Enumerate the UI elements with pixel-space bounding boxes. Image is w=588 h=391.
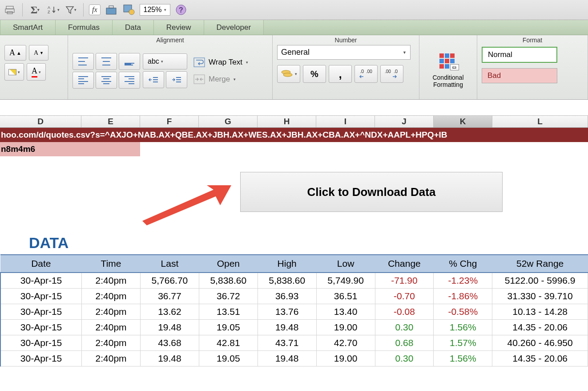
cell[interactable]: 42.70 [316, 335, 375, 351]
cell[interactable]: 5,838.60 [199, 273, 258, 289]
align-right-button[interactable] [119, 72, 140, 89]
cell[interactable]: 40.260 - 46.950 [492, 335, 588, 351]
decrease-decimal-button[interactable]: .00.0 [380, 65, 403, 83]
cell[interactable]: 36.93 [258, 289, 316, 304]
cell[interactable]: 30-Apr-15 [0, 289, 82, 304]
cell[interactable]: 14.35 - 20.06 [492, 320, 588, 335]
cell[interactable]: 1.56% [434, 351, 492, 367]
column-header-l[interactable]: L [492, 116, 588, 127]
number-format-select[interactable]: General ▼ [277, 45, 411, 60]
style-bad[interactable]: Bad [482, 68, 557, 83]
cell[interactable]: 5,838.60 [258, 273, 316, 289]
cell[interactable]: 2:40pm [82, 273, 141, 289]
print-icon[interactable] [3, 3, 17, 17]
col-header--chg[interactable]: % Chg [434, 255, 492, 273]
conditional-formatting-button[interactable]: ≤≥ Conditional Formatting [424, 53, 472, 88]
cell[interactable]: 30-Apr-15 [0, 320, 82, 335]
column-header-f[interactable]: F [140, 116, 199, 127]
cell[interactable]: 5122.00 - 5996.9 [492, 273, 588, 289]
zoom-select[interactable]: 125% ▾ [140, 4, 171, 16]
column-header-k[interactable]: K [434, 116, 492, 127]
cell[interactable]: 13.40 [316, 304, 375, 320]
cell[interactable]: 43.71 [258, 335, 316, 351]
url-cell-row1[interactable]: hoo.com/d/quotes.csv?s=^AXJO+NAB.AX+QBE.… [0, 128, 588, 142]
cell[interactable]: 19.00 [316, 351, 375, 367]
cell[interactable]: 19.48 [258, 351, 316, 367]
cell[interactable]: 0.68 [375, 335, 434, 351]
cell[interactable]: 10.13 - 14.28 [492, 304, 588, 320]
cell[interactable]: 43.68 [140, 335, 199, 351]
decrease-font-button[interactable]: A▼ [29, 45, 48, 61]
column-header-d[interactable]: D [0, 116, 81, 127]
align-top-button[interactable] [72, 53, 94, 70]
cell[interactable]: 2:40pm [82, 289, 141, 304]
col-header-last[interactable]: Last [140, 255, 199, 273]
col-header-open[interactable]: Open [199, 255, 258, 273]
cell[interactable]: 5,749.90 [316, 273, 375, 289]
col-header-52w-range[interactable]: 52w Range [492, 255, 588, 273]
cell[interactable]: 19.05 [199, 351, 258, 367]
cell[interactable]: -71.90 [375, 273, 434, 289]
orientation-button[interactable]: abc▾ [143, 53, 187, 69]
cell[interactable]: 1.57% [434, 335, 492, 351]
cell[interactable]: 0.30 [375, 351, 434, 367]
sort-icon[interactable]: AZ▾ [46, 3, 60, 17]
wrap-text-button[interactable]: Wrap Text▾ [190, 55, 252, 70]
cell[interactable]: 13.76 [258, 304, 316, 320]
cell[interactable]: 30-Apr-15 [0, 273, 82, 289]
fx-button[interactable]: fx [89, 4, 101, 15]
align-middle-button[interactable] [96, 53, 117, 70]
cell[interactable]: 5,766.70 [140, 273, 199, 289]
tab-formulas[interactable]: Formulas [56, 20, 113, 35]
col-header-high[interactable]: High [258, 255, 316, 273]
decrease-indent-button[interactable] [143, 71, 164, 88]
cell[interactable]: -0.58% [434, 304, 492, 320]
tab-developer[interactable]: Developer [204, 20, 264, 35]
cell[interactable]: 19.48 [140, 351, 199, 367]
media-icon[interactable] [122, 3, 136, 17]
cell[interactable]: 30-Apr-15 [0, 335, 82, 351]
download-data-button[interactable]: Click to Download Data [240, 172, 503, 212]
column-header-i[interactable]: I [316, 116, 375, 127]
cell[interactable]: 36.72 [199, 289, 258, 304]
filter-icon[interactable]: ▾ [64, 3, 78, 17]
col-header-date[interactable]: Date [0, 255, 82, 273]
cell[interactable]: 2:40pm [82, 335, 141, 351]
cell[interactable]: 2:40pm [82, 304, 141, 320]
cell[interactable]: 36.51 [316, 289, 375, 304]
align-bottom-button[interactable] [119, 53, 140, 70]
autosum-icon[interactable]: Σ▾ [28, 3, 42, 17]
cell[interactable]: -0.08 [375, 304, 434, 320]
cell[interactable]: -1.23% [434, 273, 492, 289]
cell[interactable]: 30-Apr-15 [0, 351, 82, 367]
align-center-button[interactable] [96, 72, 117, 89]
help-icon[interactable]: ? [174, 3, 188, 17]
increase-font-button[interactable]: A▲ [4, 45, 26, 61]
align-left-button[interactable] [72, 72, 94, 89]
cell[interactable]: 1.56% [434, 320, 492, 335]
col-header-change[interactable]: Change [375, 255, 434, 273]
percent-button[interactable]: % [303, 65, 326, 83]
cell[interactable]: -0.70 [375, 289, 434, 304]
col-header-time[interactable]: Time [82, 255, 141, 273]
fill-color-button[interactable]: ▾ [4, 63, 24, 81]
url-cell-pink[interactable]: n8m4m6 [0, 142, 140, 156]
font-color-button[interactable]: A▾ [27, 63, 46, 81]
cell[interactable]: 0.30 [375, 320, 434, 335]
style-normal[interactable]: Normal [482, 47, 557, 63]
cell[interactable]: 19.05 [199, 320, 258, 335]
cell[interactable]: 13.62 [140, 304, 199, 320]
col-header-low[interactable]: Low [316, 255, 375, 273]
cell[interactable]: 2:40pm [82, 320, 141, 335]
column-header-j[interactable]: J [375, 116, 434, 127]
cell[interactable]: 42.81 [199, 335, 258, 351]
increase-indent-button[interactable] [166, 71, 187, 88]
comma-button[interactable]: , [329, 65, 352, 83]
cell[interactable]: 31.330 - 39.710 [492, 289, 588, 304]
cell[interactable]: 2:40pm [82, 351, 141, 367]
currency-button[interactable]: ▾ [277, 65, 300, 83]
tab-data[interactable]: Data [113, 20, 154, 35]
cell[interactable]: -1.86% [434, 289, 492, 304]
cell[interactable]: 19.00 [316, 320, 375, 335]
column-header-h[interactable]: H [258, 116, 316, 127]
